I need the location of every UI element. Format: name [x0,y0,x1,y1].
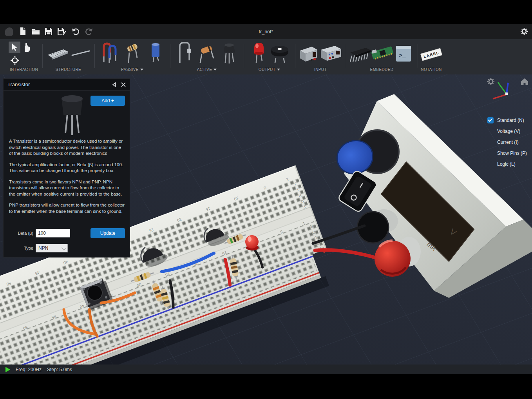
diode-item-icon[interactable] [177,41,193,63]
toolbar-label-structure: STRUCTURE [56,67,81,72]
view-option-label: Current (I) [497,140,519,145]
toolbar-section-notation: LABEL NOTATION [418,39,445,75]
transistor-item-icon[interactable] [221,42,237,63]
ic-chip-item-icon[interactable] [349,45,371,64]
view-options: Standard (N) Voltage (V) Current (I) Sho… [487,117,527,172]
checkbox-unchecked[interactable] [487,150,494,156]
type-field-label: Type [8,246,33,250]
move-tool-icon[interactable] [10,56,20,65]
toolbar-label-notation: NOTATION [421,67,442,72]
frequency-status: Freq: 200Hz [16,367,42,372]
toolbar-label-embedded: EMBEDDED [370,67,394,72]
hand-tool-icon[interactable] [23,42,32,53]
toolbar-section-structure: STRUCTURE [42,39,94,75]
view-option-standard[interactable]: Standard (N) [487,117,527,123]
view-option-show-pins[interactable]: Show Pins (P) [487,150,527,156]
checkbox-checked-icon[interactable] [487,117,494,123]
jumper-wires-item-icon[interactable] [101,41,119,63]
signal-diode-item-icon[interactable] [198,43,216,64]
buzzer-item-icon[interactable] [270,43,290,63]
resistor-item-icon[interactable] [126,41,139,63]
checkbox-unchecked[interactable] [487,128,494,134]
panel-description: A Transistor is a semiconductor device u… [9,138,125,219]
statusbar: Freq: 200Hz Step: 5.0ms [0,365,532,374]
document-title: tr_not* [0,24,532,39]
type-dropdown-value: NPN [38,245,48,251]
view-option-current[interactable]: Current (I) [487,139,527,145]
led-item-icon[interactable] [252,41,266,63]
checkbox-unchecked[interactable] [487,139,494,145]
add-button[interactable]: Add + [90,96,125,106]
svg-text:>_: >_ [399,53,406,59]
beta-input[interactable] [36,229,70,238]
transistor-panel: Transistor Add + A Tran [3,78,130,258]
toolbar-section-output: OUTPUT [244,39,295,75]
label-sticker-item-icon[interactable]: LABEL [419,46,443,63]
toolbar-label-passive: PASSIVE [121,67,139,72]
description-paragraph: The typical amplification factor, or Bet… [9,162,125,174]
app-window: tr_not* [0,0,532,399]
type-dropdown[interactable]: NPN [36,244,68,252]
toolbar-section-active: ACTIVE [170,39,244,75]
view-option-voltage[interactable]: Voltage (V) [487,128,527,134]
collapse-panel-icon[interactable] [112,82,116,87]
step-status: Step: 5.0ms [47,367,72,372]
toolbar-label-active: ACTIVE [197,67,212,72]
transistor-figure [54,94,90,138]
home-view-icon[interactable] [521,78,528,85]
close-panel-icon[interactable] [121,82,126,87]
capacitor-item-icon[interactable] [150,42,161,63]
toolbar-section-embedded: >_ EMBEDDED [346,39,418,75]
bench-supply-item-icon[interactable] [319,44,343,64]
select-tool-icon[interactable] [9,42,20,53]
update-button[interactable]: Update [90,228,125,238]
view-option-label: Voltage (V) [497,129,520,134]
viewport-3d[interactable]: 1 5 10 15 20 25 30 35 40 45 50 1 5 10 15… [0,74,532,365]
titlebar: tr_not* [0,24,532,39]
power-supply-item-icon[interactable] [299,44,319,64]
checkbox-unchecked[interactable] [487,161,494,167]
breadboard-item-icon[interactable] [45,48,69,60]
toolbar-label-input: INPUT [314,67,327,72]
view-option-label: Standard (N) [497,118,524,123]
description-paragraph: Transistors come in two flavors NPN and … [9,179,125,198]
description-paragraph: PNP transistors will allow current to fl… [9,202,125,214]
chevron-down-icon [62,245,67,250]
toolbar-label-output: OUTPUT [259,67,276,72]
panel-title: Transistor [7,82,30,87]
active-dropdown-caret[interactable] [214,69,217,71]
wire-item-icon[interactable] [71,49,90,57]
app-area: tr_not* [0,24,532,374]
viewport-settings-gear-icon[interactable] [487,78,495,85]
panel-header[interactable]: Transistor [4,79,130,91]
play-icon[interactable] [5,367,10,372]
beta-field-label: Beta (β) [8,231,33,236]
settings-gear-icon[interactable] [520,27,528,35]
view-option-label: Logic (L) [497,161,516,167]
toolbar-section-interaction: INTERACTION [5,39,42,75]
toolbar-label-interaction: INTERACTION [10,67,38,72]
view-option-label: Show Pins (P) [497,151,527,156]
view-option-logic[interactable]: Logic (L) [487,161,527,167]
microcontroller-item-icon[interactable] [370,43,394,63]
toolbar: INTERACTION STRUCTURE [0,39,532,74]
toolbar-section-input: INPUT [295,39,346,75]
terminal-item-icon[interactable]: >_ [396,45,411,63]
passive-dropdown-caret[interactable] [140,69,143,71]
toolbar-section-passive: PASSIVE [94,39,170,75]
output-dropdown-caret[interactable] [277,69,280,71]
description-paragraph: A Transistor is a semiconductor device u… [9,138,125,157]
